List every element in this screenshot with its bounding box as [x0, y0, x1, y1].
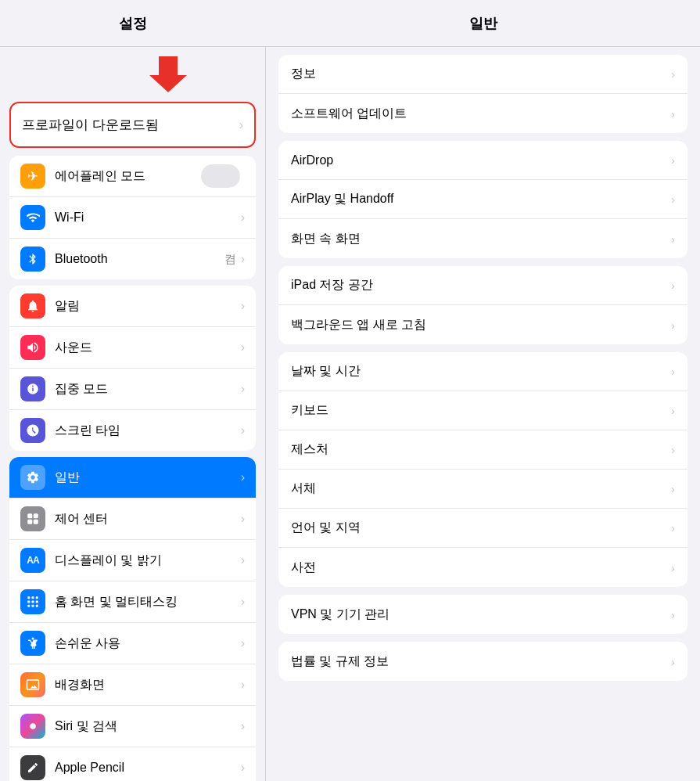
dictionary-item[interactable]: 사전 › — [278, 548, 687, 587]
ipad-storage-item[interactable]: iPad 저장 공간 › — [278, 266, 687, 305]
legal-item[interactable]: 법률 및 규제 정보 › — [278, 642, 687, 681]
info-group: 정보 › 소프트웨어 업데이트 › — [278, 55, 687, 133]
legal-chevron: › — [671, 655, 675, 668]
vpn-label: VPN 및 기기 관리 — [291, 606, 671, 623]
sidebar-item-controlcenter[interactable]: 제어 센터 › — [9, 498, 256, 540]
sidebar-item-focus[interactable]: 집중 모드 › — [9, 369, 256, 410]
sidebar-item-wallpaper[interactable]: 배경화면 › — [9, 664, 256, 706]
dictionary-label: 사전 — [291, 560, 671, 576]
profile-chevron: › — [239, 118, 243, 132]
storage-group: iPad 저장 공간 › 백그라운드 앱 새로 고침 › — [278, 266, 687, 344]
sidebar-item-display[interactable]: AA 디스플레이 및 밝기 › — [9, 540, 256, 581]
sound-chevron: › — [241, 340, 245, 355]
pencil-icon — [20, 755, 45, 780]
screentime-label: 스크린 타임 — [55, 423, 241, 439]
display-label: 디스플레이 및 밝기 — [55, 552, 241, 569]
sidebar: 프로파일이 다운로드됨 › ✈ 에어플레인 모드 Wi-Fi › — [0, 47, 266, 781]
sidebar-item-pencil[interactable]: Apple Pencil › — [9, 747, 256, 781]
font-item[interactable]: 서체 › — [278, 470, 687, 509]
siri-label: Siri 및 검색 — [55, 718, 241, 735]
focus-label: 집중 모드 — [55, 381, 241, 398]
airplay-item[interactable]: AirPlay 및 Handoff › — [278, 180, 687, 219]
bluetooth-chevron: › — [241, 252, 245, 266]
general-label: 일반 — [55, 470, 241, 486]
sidebar-item-accessibility[interactable]: 손쉬운 사용 › — [9, 623, 256, 664]
vpn-item[interactable]: VPN 및 기기 관리 › — [278, 595, 687, 634]
main-area: 프로파일이 다운로드됨 › ✈ 에어플레인 모드 Wi-Fi › — [0, 47, 700, 781]
sidebar-item-bluetooth[interactable]: Bluetooth 켬 › — [9, 239, 256, 279]
svg-rect-14 — [36, 605, 38, 607]
airdrop-item[interactable]: AirDrop › — [278, 141, 687, 180]
sound-icon — [20, 335, 45, 360]
svg-rect-11 — [36, 601, 38, 603]
siri-icon — [20, 714, 45, 739]
sidebar-item-siri[interactable]: Siri 및 검색 › — [9, 706, 256, 747]
sidebar-item-screentime[interactable]: 스크린 타임 › — [9, 410, 256, 451]
pip-item[interactable]: 화면 속 화면 › — [278, 219, 687, 258]
profile-download-banner[interactable]: 프로파일이 다운로드됨 › — [9, 102, 256, 148]
home-icon — [20, 589, 45, 614]
datetime-label: 날짜 및 시간 — [291, 363, 671, 380]
screentime-chevron: › — [241, 423, 245, 437]
airplay-label: AirPlay 및 Handoff — [291, 191, 671, 207]
controlcenter-chevron: › — [241, 512, 245, 526]
airplay-chevron: › — [671, 193, 675, 206]
airplane-toggle[interactable] — [201, 164, 240, 188]
sidebar-item-airplane[interactable]: ✈ 에어플레인 모드 — [9, 156, 256, 197]
info-item[interactable]: 정보 › — [278, 55, 687, 94]
accessibility-icon — [20, 631, 45, 656]
gesture-label: 제스처 — [291, 441, 671, 458]
keyboard-item[interactable]: 키보드 › — [278, 391, 687, 430]
focus-icon — [20, 376, 45, 401]
font-chevron: › — [671, 482, 675, 495]
keyboard-chevron: › — [671, 404, 675, 417]
dictionary-chevron: › — [671, 561, 675, 574]
sidebar-item-sound[interactable]: 사운드 › — [9, 327, 256, 369]
personal-settings-group: 알림 › 사운드 › 집중 모드 — [9, 286, 256, 451]
ipad-storage-chevron: › — [671, 279, 675, 292]
display-chevron: › — [241, 553, 245, 567]
wifi-chevron: › — [241, 211, 245, 225]
settings-title: 설정 — [0, 0, 266, 46]
sidebar-item-wifi[interactable]: Wi-Fi › — [9, 197, 256, 239]
controlcenter-icon — [20, 506, 45, 531]
vpn-group: VPN 및 기기 관리 › — [278, 595, 687, 634]
wallpaper-icon — [20, 672, 45, 697]
screentime-icon — [20, 418, 45, 443]
svg-rect-5 — [34, 520, 38, 524]
svg-rect-6 — [27, 596, 30, 599]
system-settings-group: 일반 › 제어 센터 › AA 디스플레이 및 밝기 › — [9, 457, 256, 781]
wifi-label: Wi-Fi — [55, 211, 241, 225]
alarm-label: 알림 — [55, 298, 241, 315]
background-refresh-item[interactable]: 백그라운드 앱 새로 고침 › — [278, 305, 687, 344]
sidebar-item-general[interactable]: 일반 › — [9, 457, 256, 498]
legal-label: 법률 및 규제 정보 — [291, 653, 671, 670]
home-label: 홈 화면 및 멀티태스킹 — [55, 594, 241, 610]
sidebar-item-home[interactable]: 홈 화면 및 멀티태스킹 › — [9, 581, 256, 623]
datetime-item[interactable]: 날짜 및 시간 › — [278, 352, 687, 391]
language-item[interactable]: 언어 및 지역 › — [278, 509, 687, 548]
datetime-chevron: › — [671, 365, 675, 378]
software-update-item[interactable]: 소프트웨어 업데이트 › — [278, 94, 687, 133]
software-update-label: 소프트웨어 업데이트 — [291, 106, 671, 122]
svg-rect-12 — [27, 605, 30, 607]
svg-rect-10 — [32, 601, 34, 603]
controlcenter-label: 제어 센터 — [55, 511, 241, 527]
general-title: 일반 — [266, 0, 700, 46]
info-chevron: › — [671, 67, 675, 81]
sidebar-item-alarm[interactable]: 알림 › — [9, 286, 256, 327]
svg-rect-8 — [36, 596, 38, 599]
bluetooth-icon — [20, 247, 45, 272]
gesture-chevron: › — [671, 443, 675, 456]
airdrop-label: AirDrop — [291, 153, 671, 167]
pencil-label: Apple Pencil — [55, 761, 241, 775]
pip-label: 화면 속 화면 — [291, 231, 671, 247]
airdrop-chevron: › — [671, 153, 675, 167]
font-label: 서체 — [291, 480, 671, 497]
language-chevron: › — [671, 521, 675, 534]
bluetooth-value: 켬 — [224, 252, 236, 267]
svg-point-16 — [30, 723, 36, 729]
svg-point-15 — [32, 638, 34, 640]
gesture-item[interactable]: 제스처 › — [278, 430, 687, 470]
ipad-storage-label: iPad 저장 공간 — [291, 277, 671, 293]
